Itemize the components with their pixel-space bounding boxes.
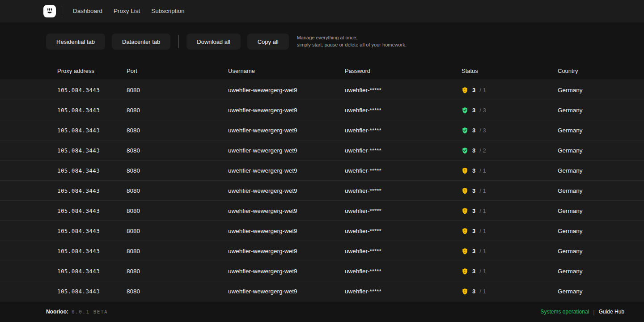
toolbar: Residential tab Datacenter tab Download … [0, 22, 644, 50]
copy-all-button[interactable]: Copy all [247, 34, 289, 50]
cell-username: uwehfier-wewergerg-wet9 [228, 147, 345, 154]
cell-country: Germany [558, 187, 644, 194]
status-total: 3 [472, 167, 475, 174]
cell-password: uwehfier-***** [345, 167, 462, 174]
shield-warning-icon [462, 267, 468, 275]
systems-operational-status[interactable]: Systems operational [541, 309, 589, 315]
cell-password: uwehfier-***** [345, 187, 462, 194]
residential-tab-button[interactable]: Residential tab [46, 34, 105, 50]
status-total: 3 [472, 147, 475, 154]
cell-username: uwehfier-wewergerg-wet9 [228, 228, 345, 234]
table-row: 105.084.3443 8080 uwehfier-wewergerg-wet… [0, 80, 644, 100]
cell-status: 3 / 1 [462, 247, 558, 255]
footer: Noorioo: 0.0.1 BETA Systems operational … [0, 301, 644, 322]
cell-country: Germany [558, 288, 644, 295]
cell-password: uwehfier-***** [345, 268, 462, 275]
cell-country: Germany [558, 167, 644, 174]
status-total: 3 [472, 288, 475, 295]
status-value: / 1 [479, 248, 486, 254]
status-total: 3 [472, 268, 475, 275]
cell-port: 8080 [127, 228, 228, 234]
cell-password: uwehfier-***** [345, 208, 462, 214]
cell-username: uwehfier-wewergerg-wet9 [228, 208, 345, 214]
cell-username: uwehfier-wewergerg-wet9 [228, 107, 345, 114]
column-header-password: Password [345, 68, 462, 74]
shield-check-icon [462, 106, 468, 114]
cell-proxy-address: 105.084.3443 [0, 228, 127, 234]
cell-country: Germany [558, 147, 644, 154]
status-value: / 1 [479, 268, 486, 275]
cell-password: uwehfier-***** [345, 87, 462, 93]
cell-port: 8080 [127, 167, 228, 174]
shield-check-icon [462, 147, 468, 154]
footer-divider: | [593, 309, 594, 315]
nav-item-subscription[interactable]: Subscription [151, 8, 184, 14]
footer-version-badge: 0.0.1 BETA [72, 309, 108, 315]
nav-divider [62, 6, 62, 16]
cell-proxy-address: 105.084.3443 [0, 107, 127, 114]
cell-port: 8080 [127, 127, 228, 134]
footer-links-block: Systems operational | Guide Hub [541, 309, 625, 315]
nav-menu: Dashboard Proxy List Subscription [73, 8, 185, 14]
status-value: / 3 [479, 107, 486, 114]
cell-status: 3 / 3 [462, 106, 558, 114]
cell-username: uwehfier-wewergerg-wet9 [228, 87, 345, 93]
cell-username: uwehfier-wewergerg-wet9 [228, 167, 345, 174]
cell-proxy-address: 105.084.3443 [0, 87, 127, 93]
table-row: 105.084.3443 8080 uwehfier-wewergerg-wet… [0, 261, 644, 281]
column-header-proxy-address: Proxy address [0, 68, 127, 74]
cell-proxy-address: 105.084.3443 [0, 187, 127, 194]
status-value: / 3 [479, 127, 486, 134]
toolbar-hint-line2: simply start, pause or delete all of you… [297, 42, 407, 49]
footer-brand: Noorioo: [46, 309, 68, 315]
status-value: / 1 [479, 87, 486, 93]
table-row: 105.084.3443 8080 uwehfier-wewergerg-wet… [0, 100, 644, 120]
toolbar-hint-line1: Manage everything at once, [297, 34, 407, 42]
shield-warning-icon [462, 86, 468, 94]
cell-proxy-address: 105.084.3443 [0, 288, 127, 295]
cell-status: 3 / 1 [462, 227, 558, 235]
shield-check-icon [462, 127, 468, 134]
cell-country: Germany [558, 268, 644, 275]
shield-warning-icon [462, 288, 468, 295]
table-row: 105.084.3443 8080 uwehfier-wewergerg-wet… [0, 160, 644, 180]
guide-hub-link[interactable]: Guide Hub [599, 309, 624, 315]
status-value: / 1 [479, 187, 486, 194]
table-row: 105.084.3443 8080 uwehfier-wewergerg-wet… [0, 220, 644, 241]
nav-item-proxy-list[interactable]: Proxy List [114, 8, 140, 14]
cell-port: 8080 [127, 147, 228, 154]
table-row: 105.084.3443 8080 uwehfier-wewergerg-wet… [0, 120, 644, 140]
cell-country: Germany [558, 107, 644, 114]
datacenter-tab-button[interactable]: Datacenter tab [112, 34, 170, 50]
cell-username: uwehfier-wewergerg-wet9 [228, 268, 345, 275]
status-total: 3 [472, 187, 475, 194]
table-row: 105.084.3443 8080 uwehfier-wewergerg-wet… [0, 140, 644, 160]
shield-warning-icon [462, 167, 468, 174]
toolbar-hint-text: Manage everything at once, simply start,… [297, 34, 407, 49]
status-total: 3 [472, 228, 475, 234]
table-header: Proxy address Port Username Password Sta… [0, 50, 644, 80]
table-body: 105.084.3443 8080 uwehfier-wewergerg-wet… [0, 80, 644, 301]
cell-proxy-address: 105.084.3443 [0, 147, 127, 154]
status-value: / 2 [479, 147, 486, 154]
download-all-button[interactable]: Download all [186, 34, 240, 50]
nav-item-dashboard[interactable]: Dashboard [73, 8, 102, 14]
status-value: / 1 [479, 228, 486, 234]
cell-proxy-address: 105.084.3443 [0, 208, 127, 214]
cell-port: 8080 [127, 187, 228, 194]
cell-country: Germany [558, 208, 644, 214]
cell-country: Germany [558, 127, 644, 134]
column-header-username: Username [228, 68, 345, 74]
status-total: 3 [472, 208, 475, 214]
table-row: 105.084.3443 8080 uwehfier-wewergerg-wet… [0, 241, 644, 261]
cell-password: uwehfier-***** [345, 248, 462, 254]
status-total: 3 [472, 107, 475, 114]
app-logo-icon[interactable] [43, 5, 56, 17]
shield-warning-icon [462, 227, 468, 235]
cell-proxy-address: 105.084.3443 [0, 268, 127, 275]
status-value: / 1 [479, 208, 486, 214]
footer-brand-block: Noorioo: 0.0.1 BETA [46, 309, 108, 315]
shield-warning-icon [462, 187, 468, 195]
table-row: 105.084.3443 8080 uwehfier-wewergerg-wet… [0, 281, 644, 301]
cell-status: 3 / 1 [462, 86, 558, 94]
